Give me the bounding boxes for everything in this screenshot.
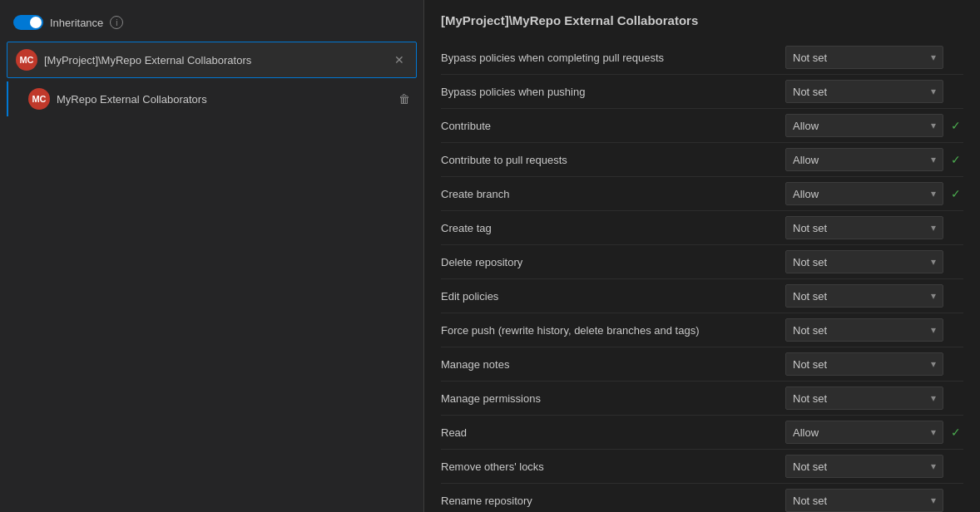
permission-label: Manage notes — [441, 358, 785, 371]
permission-control: Not set▾ — [785, 352, 963, 376]
dropdown-value: Allow — [793, 426, 819, 439]
permission-row: Manage notesNot set▾ — [441, 347, 963, 382]
chevron-down-icon: ▾ — [931, 392, 936, 404]
permission-dropdown[interactable]: Allow▾ — [785, 421, 943, 444]
permission-row: Force push (rewrite history, delete bran… — [441, 313, 963, 347]
permission-dropdown[interactable]: Not set▾ — [785, 46, 943, 69]
permission-dropdown[interactable]: Allow▾ — [785, 114, 943, 137]
permission-control: Allow▾✓ — [785, 421, 963, 444]
permission-dropdown[interactable]: Not set▾ — [785, 216, 943, 239]
permission-row: Delete repositoryNot set▾ — [441, 245, 963, 279]
inheritance-row: Inheritance i — [0, 10, 423, 42]
check-placeholder — [948, 357, 963, 372]
permission-control: Not set▾ — [785, 250, 963, 273]
chevron-down-icon: ▾ — [931, 154, 936, 165]
check-placeholder — [948, 459, 963, 474]
check-placeholder — [948, 493, 963, 508]
permission-control: Allow▾✓ — [785, 114, 963, 137]
chevron-down-icon: ▾ — [931, 222, 936, 234]
dropdown-value: Not set — [793, 52, 827, 64]
permission-label: Rename repository — [441, 495, 785, 507]
permission-control: Not set▾ — [785, 318, 963, 342]
permission-dropdown[interactable]: Allow▾ — [785, 182, 943, 205]
permission-row: Contribute to pull requestsAllow▾✓ — [441, 143, 963, 177]
permission-dropdown[interactable]: Not set▾ — [785, 455, 943, 478]
permission-dropdown[interactable]: Not set▾ — [785, 318, 943, 342]
permission-label: Bypass policies when pushing — [441, 86, 785, 98]
permission-dropdown[interactable]: Not set▾ — [785, 489, 943, 512]
subgroup-avatar: MC — [28, 88, 50, 110]
permission-dropdown[interactable]: Not set▾ — [785, 386, 943, 410]
info-icon[interactable]: i — [110, 16, 123, 29]
dropdown-value: Not set — [793, 256, 827, 268]
selected-group-row: MC [MyProject]\MyRepo External Collabora… — [7, 42, 417, 78]
permission-label: Manage permissions — [441, 392, 785, 405]
check-icon: ✓ — [948, 186, 963, 201]
permission-control: Not set▾ — [785, 216, 963, 239]
dropdown-value: Not set — [793, 222, 827, 234]
selected-group-avatar: MC — [16, 49, 37, 71]
chevron-down-icon: ▾ — [931, 290, 936, 302]
permission-control: Not set▾ — [785, 46, 963, 69]
permission-dropdown[interactable]: Not set▾ — [785, 250, 943, 273]
chevron-down-icon: ▾ — [931, 86, 936, 97]
dropdown-value: Not set — [793, 324, 827, 337]
permission-label: Bypass policies when completing pull req… — [441, 52, 785, 64]
chevron-down-icon: ▾ — [931, 495, 936, 506]
check-icon: ✓ — [948, 425, 963, 440]
dropdown-value: Not set — [793, 392, 827, 405]
permission-label: Create tag — [441, 222, 785, 234]
check-placeholder — [948, 220, 963, 235]
check-placeholder — [948, 254, 963, 269]
close-button[interactable]: ✕ — [391, 52, 408, 68]
subgroup-name: MyRepo External Collaborators — [57, 93, 392, 106]
permission-control: Allow▾✓ — [785, 182, 963, 205]
delete-icon[interactable]: 🗑 — [398, 92, 410, 106]
chevron-down-icon: ▾ — [931, 426, 936, 438]
chevron-down-icon: ▾ — [931, 120, 936, 131]
permission-label: Create branch — [441, 188, 785, 200]
dropdown-value: Not set — [793, 460, 827, 473]
permission-dropdown[interactable]: Not set▾ — [785, 80, 943, 103]
panel-title: [MyProject]\MyRepo External Collaborator… — [441, 13, 963, 27]
permission-label: Contribute — [441, 120, 785, 132]
inheritance-label: Inheritance — [50, 17, 103, 29]
permission-row: Remove others' locksNot set▾ — [441, 450, 963, 484]
check-icon: ✓ — [948, 152, 963, 167]
chevron-down-icon: ▾ — [931, 52, 936, 63]
permission-control: Not set▾ — [785, 455, 963, 478]
check-placeholder — [948, 322, 963, 337]
permission-row: ContributeAllow▾✓ — [441, 109, 963, 143]
permission-row: Manage permissionsNot set▾ — [441, 382, 963, 416]
dropdown-value: Not set — [793, 86, 827, 98]
subgroup-row[interactable]: MC MyRepo External Collaborators 🗑 — [7, 81, 423, 116]
chevron-down-icon: ▾ — [931, 188, 936, 199]
permission-label: Edit policies — [441, 290, 785, 303]
chevron-down-icon: ▾ — [931, 324, 936, 336]
permission-dropdown[interactable]: Not set▾ — [785, 284, 943, 308]
permission-row: Edit policiesNot set▾ — [441, 279, 963, 313]
dropdown-value: Allow — [793, 188, 819, 200]
inheritance-toggle[interactable] — [13, 15, 43, 30]
permission-label: Contribute to pull requests — [441, 154, 785, 166]
chevron-down-icon: ▾ — [931, 460, 936, 472]
selected-group-name: [MyProject]\MyRepo External Collaborator… — [44, 54, 384, 66]
permission-control: Not set▾ — [785, 489, 963, 512]
permission-row: ReadAllow▾✓ — [441, 416, 963, 450]
permission-dropdown[interactable]: Not set▾ — [785, 352, 943, 376]
dropdown-value: Not set — [793, 495, 827, 507]
dropdown-value: Not set — [793, 358, 827, 371]
permission-row: Bypass policies when completing pull req… — [441, 41, 963, 75]
right-panel: [MyProject]\MyRepo External Collaborator… — [424, 0, 980, 512]
check-placeholder — [948, 84, 963, 99]
left-panel: Inheritance i MC [MyProject]\MyRepo Exte… — [0, 0, 424, 512]
permission-dropdown[interactable]: Allow▾ — [785, 148, 943, 171]
permission-label: Remove others' locks — [441, 460, 785, 473]
permission-label: Read — [441, 426, 785, 439]
check-placeholder — [948, 50, 963, 65]
permission-row: Bypass policies when pushingNot set▾ — [441, 75, 963, 109]
permission-control: Not set▾ — [785, 284, 963, 308]
dropdown-value: Allow — [793, 120, 819, 132]
dropdown-value: Allow — [793, 154, 819, 166]
check-placeholder — [948, 288, 963, 303]
